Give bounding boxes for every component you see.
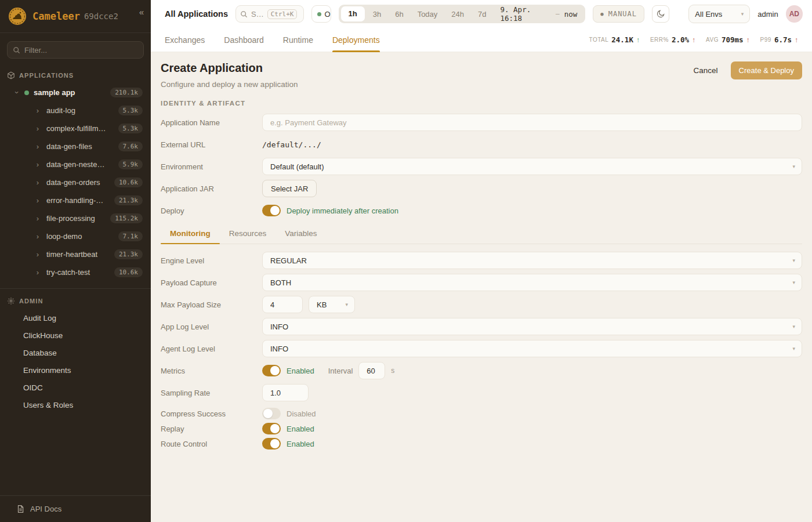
time-range-separator: – [556,10,560,18]
tab-runtime[interactable]: Runtime [283,28,313,52]
payload-capture-label: Payload Capture [161,278,262,287]
create-deploy-button[interactable]: Create & Deploy [731,61,802,79]
chevron-right-icon[interactable]: › [34,160,42,169]
chevron-right-icon[interactable]: › [34,124,42,133]
form-tab-bar: Monitoring Resources Variables [161,229,802,244]
tab-resources[interactable]: Resources [220,229,276,244]
tree-item[interactable]: › error-handling-… 21.3k [0,191,151,209]
sidebar-filter[interactable] [7,41,144,59]
replay-toggle[interactable] [262,423,281,434]
compress-success-toggle[interactable] [262,408,281,419]
form-row-replay: Replay Enabled [161,423,802,434]
engine-level-label: Engine Level [161,256,262,265]
sidebar-item-database[interactable]: Database [0,344,151,361]
api-docs-label: API Docs [30,505,61,513]
global-search[interactable]: S… Ctrl+K [235,5,304,23]
tree-item-label: data-gen-neste… [46,160,104,169]
sidebar-collapse-icon[interactable]: « [139,7,144,17]
sidebar-item-clickhouse[interactable]: ClickHouse [0,327,151,344]
chevron-down-icon[interactable]: › [13,89,21,97]
count-badge: 21.3k [114,195,143,205]
tree-item-sample-app[interactable]: › sample app 210.1k [0,84,151,102]
sidebar-item-environments[interactable]: Environments [0,361,151,379]
metrics-toggle[interactable] [262,365,281,376]
max-payload-size-input[interactable] [262,296,303,313]
tree-item[interactable]: › try-catch-test 10.6k [0,263,151,281]
sampling-rate-input[interactable] [262,384,309,401]
sidebar-item-oidc[interactable]: OIDC [0,379,151,396]
main-area: All Applications S… Ctrl+K O 1h 3h 6h To… [151,0,812,522]
engine-level-select[interactable]: REGULAR [262,252,802,269]
stat-value: 2.0% [672,35,689,44]
payload-capture-select[interactable]: BOTH [262,274,802,291]
chevron-right-icon[interactable]: › [34,196,42,205]
chevron-right-icon[interactable]: › [34,232,42,241]
app-name: Cameleer [32,10,80,22]
tree-item[interactable]: › file-processing 115.2k [0,209,151,227]
username-label: admin [757,10,778,19]
connection-status-pill[interactable]: O [311,5,331,23]
app-log-level-select[interactable]: INFO [262,318,802,335]
time-range-24h[interactable]: 24h [444,10,471,19]
time-range-from[interactable]: 9. Apr. 16:18 [494,5,556,23]
tree-item-label: data-gen-orders [46,178,100,187]
environment-selector[interactable]: All Envs ▾ [688,5,750,23]
tab-exchanges[interactable]: Exchanges [165,28,205,52]
interval-input[interactable] [358,362,385,379]
tree-item[interactable]: › data-gen-files 7.6k [0,137,151,155]
refresh-mode-button[interactable]: ● MANUAL [593,5,644,23]
tree-item[interactable]: › timer-heartbeat 21.3k [0,245,151,263]
tab-dashboard[interactable]: Dashboard [224,28,264,52]
agent-log-level-select[interactable]: INFO [262,340,802,357]
tab-monitoring[interactable]: Monitoring [161,229,220,244]
route-control-toggle[interactable] [262,438,281,449]
chevron-right-icon[interactable]: › [34,268,42,277]
time-range-today[interactable]: Today [411,10,445,19]
deploy-toggle[interactable] [262,205,281,216]
chevron-right-icon[interactable]: › [34,214,42,223]
route-control-state-text: Enabled [287,440,314,448]
stat-label: ERR% [650,37,669,43]
chevron-down-icon: ▾ [741,11,744,17]
time-range-6h[interactable]: 6h [388,10,410,19]
time-range-7d[interactable]: 7d [471,10,493,19]
chevron-right-icon[interactable]: › [34,142,42,151]
tree-item[interactable]: › loop-demo 7.1k [0,227,151,245]
tree-item[interactable]: › audit-log 5.3k [0,102,151,119]
stat-err: ERR% 2.0% ↑ [650,35,695,44]
tab-variables[interactable]: Variables [276,229,326,244]
package-icon [7,71,15,79]
time-range-1h[interactable]: 1h [341,6,365,21]
tab-deployments[interactable]: Deployments [332,28,380,52]
compress-success-label: Compress Success [161,409,262,418]
chevron-right-icon[interactable]: › [34,178,42,187]
form-row-application-jar: Application JAR Select JAR [161,180,802,197]
tree-item-label: error-handling-… [46,196,103,205]
theme-toggle-button[interactable] [652,5,669,23]
tree-item-label: try-catch-test [46,268,90,277]
sidebar-item-users-roles[interactable]: Users & Roles [0,396,151,414]
user-avatar[interactable]: AD [786,5,803,23]
filter-input[interactable] [24,46,138,55]
api-docs-link[interactable]: API Docs [0,495,151,522]
cancel-button[interactable]: Cancel [687,62,725,79]
chevron-right-icon[interactable]: › [34,106,42,115]
tree-item[interactable]: › data-gen-neste… 5.9k [0,155,151,173]
main-tab-bar: Exchanges Dashboard Runtime Deployments … [151,28,812,52]
create-application-page: Create Application Configure and deploy … [151,52,812,522]
top-bar: All Applications S… Ctrl+K O 1h 3h 6h To… [151,0,812,28]
environment-select[interactable]: Default (default) [262,158,802,175]
time-range-to[interactable]: now [560,10,585,19]
sidebar-item-audit-log[interactable]: Audit Log [0,309,151,327]
tree-item-label: sample app [34,88,75,97]
count-badge: 210.1k [110,88,143,97]
max-payload-unit-select[interactable]: KB [309,296,355,313]
tree-item-label: file-processing [46,214,95,223]
select-jar-button[interactable]: Select JAR [262,180,317,197]
time-range-3h[interactable]: 3h [366,10,388,19]
chevron-right-icon[interactable]: › [34,250,42,259]
tree-item[interactable]: › data-gen-orders 10.6k [0,173,151,191]
application-name-input[interactable] [262,114,802,131]
tree-item[interactable]: › complex-fulfillm… 5.3k [0,119,151,137]
cameleer-logo-icon [8,7,27,26]
